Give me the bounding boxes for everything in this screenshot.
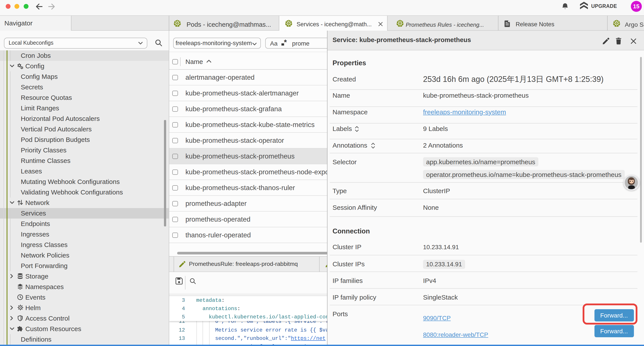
svg-text:H: H <box>19 306 21 309</box>
